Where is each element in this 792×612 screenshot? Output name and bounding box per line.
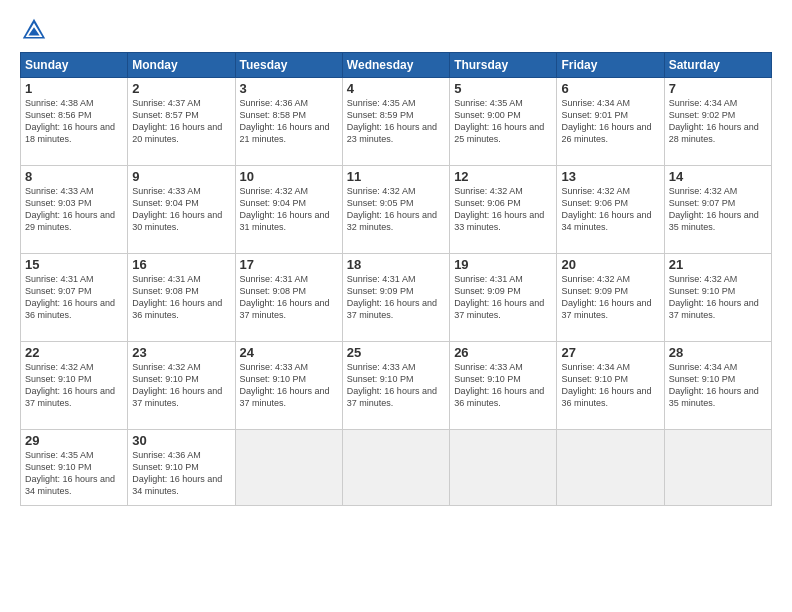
weekday-header: Sunday <box>21 53 128 78</box>
weekday-header: Wednesday <box>342 53 449 78</box>
day-info: Sunrise: 4:33 AM Sunset: 9:10 PM Dayligh… <box>454 361 552 410</box>
calendar-cell: 13Sunrise: 4:32 AM Sunset: 9:06 PM Dayli… <box>557 166 664 254</box>
calendar-cell: 20Sunrise: 4:32 AM Sunset: 9:09 PM Dayli… <box>557 254 664 342</box>
day-info: Sunrise: 4:34 AM Sunset: 9:10 PM Dayligh… <box>561 361 659 410</box>
weekday-header: Saturday <box>664 53 771 78</box>
weekday-header: Tuesday <box>235 53 342 78</box>
calendar-cell: 24Sunrise: 4:33 AM Sunset: 9:10 PM Dayli… <box>235 342 342 430</box>
calendar-cell <box>450 430 557 506</box>
calendar-cell: 4Sunrise: 4:35 AM Sunset: 8:59 PM Daylig… <box>342 78 449 166</box>
calendar-cell: 1Sunrise: 4:38 AM Sunset: 8:56 PM Daylig… <box>21 78 128 166</box>
logo <box>20 16 52 44</box>
day-info: Sunrise: 4:33 AM Sunset: 9:04 PM Dayligh… <box>132 185 230 234</box>
day-number: 8 <box>25 169 123 184</box>
calendar-cell: 3Sunrise: 4:36 AM Sunset: 8:58 PM Daylig… <box>235 78 342 166</box>
weekday-header: Friday <box>557 53 664 78</box>
calendar-cell: 12Sunrise: 4:32 AM Sunset: 9:06 PM Dayli… <box>450 166 557 254</box>
day-info: Sunrise: 4:37 AM Sunset: 8:57 PM Dayligh… <box>132 97 230 146</box>
day-info: Sunrise: 4:31 AM Sunset: 9:09 PM Dayligh… <box>347 273 445 322</box>
day-number: 9 <box>132 169 230 184</box>
calendar-cell <box>235 430 342 506</box>
day-info: Sunrise: 4:34 AM Sunset: 9:01 PM Dayligh… <box>561 97 659 146</box>
day-info: Sunrise: 4:33 AM Sunset: 9:10 PM Dayligh… <box>347 361 445 410</box>
day-number: 22 <box>25 345 123 360</box>
calendar-cell: 15Sunrise: 4:31 AM Sunset: 9:07 PM Dayli… <box>21 254 128 342</box>
day-number: 4 <box>347 81 445 96</box>
day-info: Sunrise: 4:36 AM Sunset: 9:10 PM Dayligh… <box>132 449 230 498</box>
day-info: Sunrise: 4:36 AM Sunset: 8:58 PM Dayligh… <box>240 97 338 146</box>
day-number: 13 <box>561 169 659 184</box>
calendar-cell: 29Sunrise: 4:35 AM Sunset: 9:10 PM Dayli… <box>21 430 128 506</box>
calendar-cell: 14Sunrise: 4:32 AM Sunset: 9:07 PM Dayli… <box>664 166 771 254</box>
day-number: 17 <box>240 257 338 272</box>
calendar-cell: 26Sunrise: 4:33 AM Sunset: 9:10 PM Dayli… <box>450 342 557 430</box>
day-info: Sunrise: 4:31 AM Sunset: 9:07 PM Dayligh… <box>25 273 123 322</box>
calendar-cell: 10Sunrise: 4:32 AM Sunset: 9:04 PM Dayli… <box>235 166 342 254</box>
day-info: Sunrise: 4:32 AM Sunset: 9:10 PM Dayligh… <box>132 361 230 410</box>
page: SundayMondayTuesdayWednesdayThursdayFrid… <box>0 0 792 612</box>
calendar-cell: 18Sunrise: 4:31 AM Sunset: 9:09 PM Dayli… <box>342 254 449 342</box>
day-info: Sunrise: 4:32 AM Sunset: 9:06 PM Dayligh… <box>561 185 659 234</box>
day-info: Sunrise: 4:33 AM Sunset: 9:10 PM Dayligh… <box>240 361 338 410</box>
day-info: Sunrise: 4:32 AM Sunset: 9:04 PM Dayligh… <box>240 185 338 234</box>
calendar-cell: 27Sunrise: 4:34 AM Sunset: 9:10 PM Dayli… <box>557 342 664 430</box>
calendar-cell: 17Sunrise: 4:31 AM Sunset: 9:08 PM Dayli… <box>235 254 342 342</box>
calendar-cell <box>342 430 449 506</box>
calendar: SundayMondayTuesdayWednesdayThursdayFrid… <box>20 52 772 506</box>
day-number: 30 <box>132 433 230 448</box>
calendar-cell: 21Sunrise: 4:32 AM Sunset: 9:10 PM Dayli… <box>664 254 771 342</box>
day-info: Sunrise: 4:33 AM Sunset: 9:03 PM Dayligh… <box>25 185 123 234</box>
day-number: 14 <box>669 169 767 184</box>
day-number: 2 <box>132 81 230 96</box>
calendar-cell <box>664 430 771 506</box>
day-info: Sunrise: 4:32 AM Sunset: 9:05 PM Dayligh… <box>347 185 445 234</box>
day-number: 12 <box>454 169 552 184</box>
day-number: 28 <box>669 345 767 360</box>
day-number: 11 <box>347 169 445 184</box>
day-number: 6 <box>561 81 659 96</box>
calendar-cell: 6Sunrise: 4:34 AM Sunset: 9:01 PM Daylig… <box>557 78 664 166</box>
day-number: 20 <box>561 257 659 272</box>
day-number: 10 <box>240 169 338 184</box>
day-info: Sunrise: 4:32 AM Sunset: 9:10 PM Dayligh… <box>669 273 767 322</box>
day-info: Sunrise: 4:38 AM Sunset: 8:56 PM Dayligh… <box>25 97 123 146</box>
day-info: Sunrise: 4:32 AM Sunset: 9:10 PM Dayligh… <box>25 361 123 410</box>
header <box>20 16 772 44</box>
calendar-cell: 11Sunrise: 4:32 AM Sunset: 9:05 PM Dayli… <box>342 166 449 254</box>
day-info: Sunrise: 4:32 AM Sunset: 9:07 PM Dayligh… <box>669 185 767 234</box>
calendar-cell: 30Sunrise: 4:36 AM Sunset: 9:10 PM Dayli… <box>128 430 235 506</box>
calendar-cell: 22Sunrise: 4:32 AM Sunset: 9:10 PM Dayli… <box>21 342 128 430</box>
calendar-cell: 8Sunrise: 4:33 AM Sunset: 9:03 PM Daylig… <box>21 166 128 254</box>
day-number: 27 <box>561 345 659 360</box>
day-number: 18 <box>347 257 445 272</box>
calendar-cell: 16Sunrise: 4:31 AM Sunset: 9:08 PM Dayli… <box>128 254 235 342</box>
day-info: Sunrise: 4:35 AM Sunset: 9:00 PM Dayligh… <box>454 97 552 146</box>
day-number: 3 <box>240 81 338 96</box>
day-info: Sunrise: 4:32 AM Sunset: 9:06 PM Dayligh… <box>454 185 552 234</box>
day-number: 5 <box>454 81 552 96</box>
day-info: Sunrise: 4:31 AM Sunset: 9:08 PM Dayligh… <box>240 273 338 322</box>
day-number: 15 <box>25 257 123 272</box>
day-info: Sunrise: 4:31 AM Sunset: 9:08 PM Dayligh… <box>132 273 230 322</box>
calendar-cell: 5Sunrise: 4:35 AM Sunset: 9:00 PM Daylig… <box>450 78 557 166</box>
day-number: 7 <box>669 81 767 96</box>
calendar-cell: 25Sunrise: 4:33 AM Sunset: 9:10 PM Dayli… <box>342 342 449 430</box>
weekday-header: Monday <box>128 53 235 78</box>
calendar-cell: 7Sunrise: 4:34 AM Sunset: 9:02 PM Daylig… <box>664 78 771 166</box>
day-number: 21 <box>669 257 767 272</box>
day-info: Sunrise: 4:31 AM Sunset: 9:09 PM Dayligh… <box>454 273 552 322</box>
day-info: Sunrise: 4:34 AM Sunset: 9:02 PM Dayligh… <box>669 97 767 146</box>
day-number: 16 <box>132 257 230 272</box>
day-number: 23 <box>132 345 230 360</box>
day-number: 24 <box>240 345 338 360</box>
weekday-header: Thursday <box>450 53 557 78</box>
day-number: 26 <box>454 345 552 360</box>
day-info: Sunrise: 4:32 AM Sunset: 9:09 PM Dayligh… <box>561 273 659 322</box>
calendar-cell: 28Sunrise: 4:34 AM Sunset: 9:10 PM Dayli… <box>664 342 771 430</box>
calendar-cell: 19Sunrise: 4:31 AM Sunset: 9:09 PM Dayli… <box>450 254 557 342</box>
logo-icon <box>20 16 48 44</box>
calendar-cell <box>557 430 664 506</box>
calendar-cell: 9Sunrise: 4:33 AM Sunset: 9:04 PM Daylig… <box>128 166 235 254</box>
day-info: Sunrise: 4:35 AM Sunset: 9:10 PM Dayligh… <box>25 449 123 498</box>
calendar-cell: 2Sunrise: 4:37 AM Sunset: 8:57 PM Daylig… <box>128 78 235 166</box>
